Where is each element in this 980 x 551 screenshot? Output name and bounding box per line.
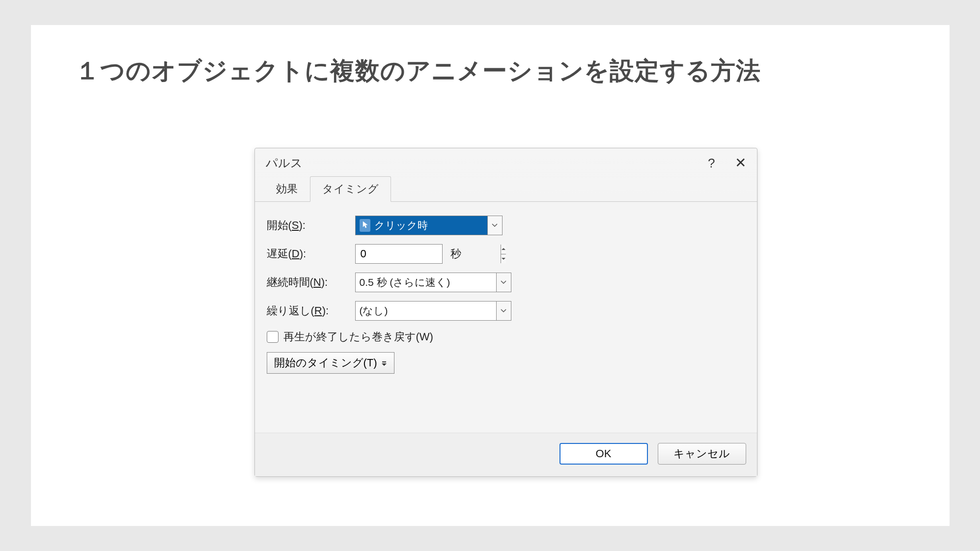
- select-repeat-value: (なし): [356, 302, 496, 320]
- ok-button[interactable]: OK: [560, 443, 648, 465]
- spinner-up-icon[interactable]: [501, 245, 506, 254]
- label-rewind: 再生が終了したら巻き戻す(W): [283, 330, 433, 344]
- trigger-label: 開始のタイミング(T): [274, 356, 377, 370]
- trigger-timing-button[interactable]: 開始のタイミング(T): [267, 352, 394, 374]
- label-start: 開始(S):: [267, 218, 355, 233]
- row-duration: 継続時間(N): 0.5 秒 (さらに速く): [267, 273, 745, 292]
- dialog-footer: OK キャンセル: [255, 433, 757, 476]
- chevron-down-icon[interactable]: [487, 216, 502, 235]
- row-delay: 遅延(D): 秒: [267, 244, 745, 264]
- row-trigger: 開始のタイミング(T): [267, 352, 745, 374]
- select-duration-value: 0.5 秒 (さらに速く): [356, 273, 496, 292]
- label-delay: 遅延(D):: [267, 247, 355, 261]
- titlebar-controls: ? ✕: [708, 156, 746, 171]
- tab-strip: 効果 タイミング: [255, 176, 757, 202]
- tab-effect[interactable]: 効果: [264, 176, 310, 202]
- chevron-down-icon[interactable]: [496, 273, 511, 292]
- label-duration: 継続時間(N):: [267, 275, 355, 290]
- row-rewind: 再生が終了したら巻き戻す(W): [267, 330, 745, 344]
- tab-body-timing: 開始(S): クリック時 遅延(D):: [255, 202, 757, 433]
- unit-seconds: 秒: [450, 247, 461, 261]
- help-icon[interactable]: ?: [708, 156, 715, 171]
- input-delay[interactable]: [356, 245, 501, 263]
- select-duration[interactable]: 0.5 秒 (さらに速く): [355, 273, 511, 292]
- tab-timing[interactable]: タイミング: [310, 176, 391, 202]
- select-start[interactable]: クリック時: [355, 216, 503, 235]
- row-start: 開始(S): クリック時: [267, 216, 745, 235]
- spinner-buttons: [501, 245, 506, 263]
- select-repeat[interactable]: (なし): [355, 301, 511, 321]
- spinner-down-icon[interactable]: [501, 254, 506, 264]
- spinner-delay[interactable]: [355, 244, 443, 264]
- close-icon[interactable]: ✕: [735, 156, 746, 170]
- checkbox-rewind[interactable]: [267, 331, 279, 343]
- label-repeat: 繰り返し(R):: [267, 303, 355, 318]
- row-repeat: 繰り返し(R): (なし): [267, 301, 745, 321]
- cancel-button[interactable]: キャンセル: [658, 443, 746, 465]
- mouse-click-icon: [360, 219, 370, 232]
- dialog-title: パルス: [266, 155, 303, 171]
- dialog-titlebar: パルス ? ✕: [255, 148, 757, 176]
- slide: １つのオブジェクトに複数のアニメーションを設定する方法 パルス ? ✕ 効果 タ…: [31, 25, 950, 526]
- dialog-pulse: パルス ? ✕ 効果 タイミング 開始(S):: [254, 148, 757, 477]
- select-start-value: クリック時: [356, 216, 487, 235]
- svg-rect-0: [382, 361, 386, 362]
- chevron-down-icon[interactable]: [496, 302, 511, 320]
- page-title: １つのオブジェクトに複数のアニメーションを設定する方法: [75, 55, 905, 87]
- chevron-down-icon: [381, 357, 387, 369]
